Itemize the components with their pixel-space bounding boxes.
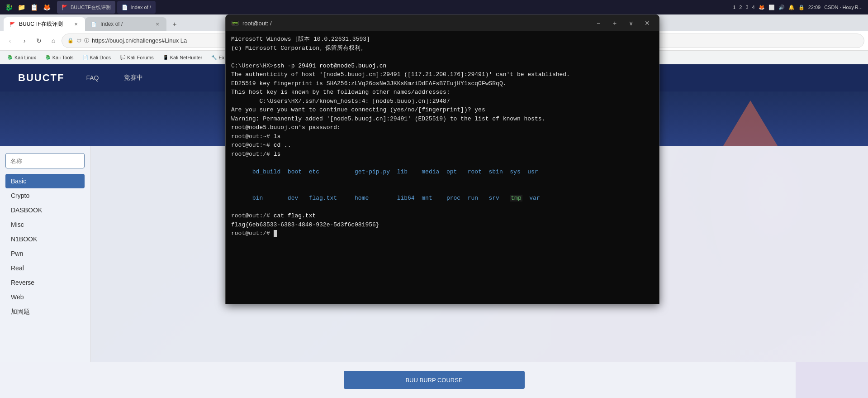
- terminal-line-flag: flag{6eb63533-6383-4840-932e-5d3f6c08195…: [231, 221, 654, 230]
- terminal-line-confirm: Are you sure you want to continue connec…: [231, 105, 654, 115]
- bookmark-kali-linux[interactable]: 🐉 Kali Linux: [4, 53, 40, 62]
- new-tab-button[interactable]: +: [168, 18, 181, 31]
- sidebar-item-dasbook[interactable]: DASBOOK: [5, 203, 85, 217]
- bookmark-kali-docs[interactable]: 📄 Kali Docs: [79, 53, 114, 62]
- sidebar-item-basic[interactable]: Basic: [5, 174, 85, 188]
- search-input[interactable]: [5, 153, 85, 168]
- sidebar-item-reverse[interactable]: Reverse: [5, 275, 85, 290]
- terminal-line-ls-out2: bin dev flag.txt home lib64 mnt proc run…: [231, 185, 654, 212]
- taskbar-system-icons: 🐉 📁 📋 🦊: [0, 2, 55, 12]
- bookmark-kali-tools-label: Kali Tools: [52, 55, 74, 60]
- tab-buuctf-close[interactable]: ✕: [72, 20, 80, 28]
- bottom-course-btn[interactable]: BUU BURP COURSE: [394, 372, 473, 388]
- sidebar-item-crypto[interactable]: Crypto: [5, 188, 85, 203]
- sidebar-item-pwn[interactable]: Pwn: [5, 246, 85, 261]
- terminal-window: 📟 root@out: / − + ∨ ✕ Microsoft Windows …: [225, 14, 659, 304]
- tab-index-close[interactable]: ✕: [154, 20, 161, 28]
- terminal-minimize-button[interactable]: −: [592, 17, 605, 29]
- terminal-line-3: [231, 53, 654, 62]
- site-nav-contest[interactable]: 竞赛中: [120, 72, 147, 84]
- taskbar-right: 1 2 3 4 🦊 ⬜ 🔊 🔔 🔒 22:09 CSDN · Hoxy.R...: [727, 5, 868, 10]
- bookmark-exploit-favicon: 🔧: [211, 55, 217, 60]
- terminal-line-known2: C:\Users\HX/.ssh/known_hosts:4: [node5.b…: [231, 97, 654, 106]
- terminal-line-1: Microsoft Windows [版本 10.0.22631.3593]: [231, 35, 654, 44]
- taskbar-app-index[interactable]: 📄 Index of /: [117, 1, 156, 14]
- tab-index-label: Index of /: [100, 21, 150, 27]
- bottom-right-decoration: [796, 362, 868, 398]
- bookmark-kali-nethunter-favicon: 📱: [163, 55, 168, 60]
- terminal-body[interactable]: Microsoft Windows [版本 10.0.22631.3593] (…: [226, 31, 659, 304]
- taskbar-app-buuctf[interactable]: 🚩 BUUCTF在线评测: [57, 1, 115, 14]
- taskbar-window-icon[interactable]: ⬜: [768, 5, 775, 10]
- firefox-icon[interactable]: 🦊: [42, 2, 52, 12]
- terminal-line-prompt-end: root@out:/#: [231, 229, 654, 238]
- terminal-titlebar: 📟 root@out: / − + ∨ ✕: [226, 15, 659, 31]
- terminal-line-cat: root@out:/# cat flag.txt: [231, 211, 654, 221]
- taskbar-notification-icon[interactable]: 🔔: [788, 5, 795, 10]
- site-logo: BUUCTF: [18, 72, 64, 84]
- sidebar-item-n1book[interactable]: N1BOOK: [5, 232, 85, 246]
- taskbar-app-buuctf-favicon: 🚩: [62, 5, 68, 10]
- sidebar-item-web[interactable]: Web: [5, 290, 85, 304]
- taskbar-firefox-icon2: 🦊: [759, 5, 765, 10]
- bottom-section: BUU BURP COURSE: [0, 362, 868, 398]
- sidebar-item-jigu[interactable]: 加固题: [5, 304, 85, 320]
- files-icon[interactable]: 📁: [16, 2, 26, 12]
- home-button[interactable]: ⌂: [47, 34, 60, 47]
- terminal-line-2: (c) Microsoft Corporation。保留所有权利。: [231, 44, 654, 53]
- bookmark-kali-forums-favicon: 💬: [120, 55, 125, 60]
- url-site-info-icon: ⓘ: [84, 37, 89, 44]
- sidebar: Basic Crypto DASBOOK Misc N1BOOK: [0, 146, 90, 398]
- taskbar-number-4: 4: [752, 5, 755, 10]
- terminal-close-button[interactable]: ✕: [641, 17, 654, 29]
- bookmark-kali-tools[interactable]: 🐉 Kali Tools: [42, 53, 77, 62]
- forward-button[interactable]: ›: [18, 34, 31, 47]
- site-nav-faq[interactable]: FAQ: [82, 72, 102, 83]
- terminal-line-cd: root@out:~# cd ..: [231, 141, 654, 150]
- taskbar-number-3: 3: [745, 5, 748, 10]
- bookmark-kali-docs-favicon: 📄: [83, 55, 88, 60]
- terminal-app-icon: 📟: [231, 19, 239, 27]
- terminal-title: root@out: /: [242, 20, 588, 27]
- bookmark-kali-linux-label: Kali Linux: [14, 55, 36, 60]
- terminal-line-ls-out1: bd_build boot etc get-pip.py lib media o…: [231, 158, 654, 185]
- terminal-line-fp: ED25519 key fingerprint is SHA256:zLVq26…: [231, 79, 654, 88]
- bookmark-kali-forums[interactable]: 💬 Kali Forums: [116, 53, 157, 62]
- bookmark-kali-docs-label: Kali Docs: [90, 55, 111, 60]
- taskbar: 🐉 📁 📋 🦊 🚩 BUUCTF在线评测 📄 Index of / 1 2 3 …: [0, 0, 868, 14]
- taskbar-number-1: 1: [733, 5, 735, 10]
- reload-button[interactable]: ↻: [33, 34, 45, 47]
- url-text: https://buuoj.cn/challenges#Linux La: [92, 37, 187, 44]
- bookmark-kali-forums-label: Kali Forums: [127, 55, 154, 60]
- back-button[interactable]: ‹: [4, 34, 16, 47]
- sidebar-item-misc[interactable]: Misc: [5, 217, 85, 232]
- tab-buuctf[interactable]: 🚩 BUUCTF在线评测 ✕: [4, 17, 85, 31]
- start-icon[interactable]: 🐉: [4, 2, 14, 12]
- bookmark-kali-nethunter-label: Kali NetHunter: [170, 55, 203, 60]
- terminal-new-tab-button[interactable]: +: [608, 17, 621, 29]
- tab-index[interactable]: 📄 Index of / ✕: [85, 17, 166, 31]
- terminal-line-password: root@node5.buuoj.cn's password:: [231, 123, 654, 132]
- taskbar-csdn-label: CSDN · Hoxy.R...: [824, 5, 863, 10]
- terminal-line-ls2: root@out:/# ls: [231, 150, 654, 159]
- taskbar-lock-icon[interactable]: 🔒: [798, 5, 805, 10]
- tab-buuctf-label: BUUCTF在线评测: [19, 20, 69, 28]
- terminal-line-ls1: root@out:~# ls: [231, 132, 654, 141]
- tab-index-favicon: 📄: [90, 21, 97, 27]
- bookmark-kali-nethunter[interactable]: 📱 Kali NetHunter: [159, 53, 206, 62]
- clipboard-icon[interactable]: 📋: [29, 2, 39, 12]
- terminal-line-ssh: C:\Users\HX>ssh -p 29491 root@node5.buuo…: [231, 62, 654, 71]
- banner-shape: [723, 101, 778, 146]
- taskbar-volume-icon[interactable]: 🔊: [778, 5, 785, 10]
- terminal-line-known: This host key is known by the following …: [231, 88, 654, 97]
- bookmark-kali-linux-favicon: 🐉: [7, 55, 13, 60]
- taskbar-app-index-favicon: 📄: [122, 5, 128, 10]
- taskbar-app-buuctf-label: BUUCTF在线评测: [71, 4, 111, 11]
- taskbar-app-index-label: Index of /: [131, 5, 151, 10]
- bookmark-kali-tools-favicon: 🐉: [45, 55, 51, 60]
- url-shield-icon: 🛡: [76, 38, 81, 43]
- sidebar-item-real[interactable]: Real: [5, 261, 85, 275]
- terminal-line-auth: The authenticity of host '[node5.buuoj.c…: [231, 70, 654, 79]
- taskbar-clock: 22:09: [808, 5, 821, 10]
- terminal-dropdown-button[interactable]: ∨: [625, 17, 637, 29]
